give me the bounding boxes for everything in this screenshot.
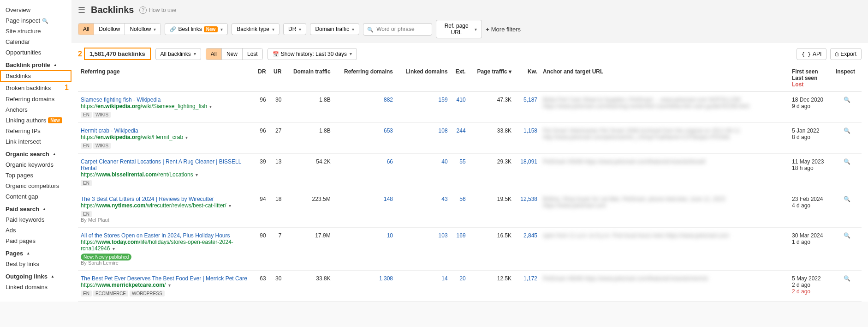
sidebar-section-backlink-profile[interactable]: Backlink profile (0, 58, 71, 70)
sidebar-item-top-pages[interactable]: Top pages (0, 170, 71, 181)
status-lost[interactable]: Lost (243, 48, 262, 60)
cell-ref-domains[interactable]: 66 (333, 154, 396, 191)
sidebar-item-opportunities[interactable]: Opportunities (0, 47, 71, 58)
cell-kw[interactable]: 1,158 (514, 123, 540, 154)
search-filter[interactable] (363, 23, 432, 36)
col-page-traffic[interactable]: Page traffic ▾ (469, 65, 514, 92)
export-button[interactable]: Export (830, 48, 862, 60)
cell-ref-domains[interactable]: 653 (333, 123, 396, 154)
sidebar-item-paid-keywords[interactable]: Paid keywords (0, 214, 71, 225)
cell-ext[interactable]: 55 (451, 154, 469, 191)
cell-kw[interactable]: 1,172 (514, 271, 540, 302)
sidebar-section-organic-search[interactable]: Organic search (0, 147, 71, 159)
url-dropdown-icon[interactable] (228, 202, 231, 209)
show-history-dropdown[interactable]: Show history: Last 30 days (268, 48, 357, 60)
url-dropdown-icon[interactable] (208, 103, 212, 109)
cell-linked-domains[interactable]: 40 (396, 154, 451, 191)
sidebar-item-anchors[interactable]: Anchors (0, 104, 71, 115)
referring-page-url[interactable]: https://www.merrickpetcare.com/ (81, 282, 250, 288)
referring-page-url[interactable]: https://en.wikipedia.org/wiki/Siamese_fi… (81, 103, 250, 109)
inspect-icon[interactable] (844, 97, 850, 103)
col-ext[interactable]: Ext. (451, 65, 469, 92)
referring-page-url[interactable]: https://en.wikipedia.org/wiki/Hermit_cra… (81, 134, 250, 140)
cell-linked-domains[interactable]: 43 (396, 191, 451, 228)
referring-page-title[interactable]: The Best Pet Ever Deserves The Best Food… (81, 275, 250, 282)
col-inspect[interactable]: Inspect (833, 65, 862, 92)
filter-all[interactable]: All (78, 24, 94, 35)
cell-ref-domains[interactable]: 148 (333, 191, 396, 228)
filter-backlink-type[interactable]: Backlink type (232, 23, 279, 35)
cell-linked-domains[interactable]: 14 (396, 271, 451, 302)
sidebar-section-pages[interactable]: Pages (0, 246, 71, 259)
sidebar-item-best-by-links[interactable]: Best by links (0, 259, 71, 269)
referring-page-title[interactable]: The 3 Best Cat Litters of 2024 | Reviews… (81, 196, 250, 202)
inspect-icon[interactable] (844, 127, 850, 134)
sidebar-section-outgoing-links[interactable]: Outgoing links (0, 269, 71, 282)
col-referring-page[interactable]: Referring page (78, 65, 253, 92)
col-referring-domains[interactable]: Referring domains (333, 65, 396, 92)
col-dr[interactable]: DR (253, 65, 269, 92)
referring-page-title[interactable]: Hermit crab - Wikipedia (81, 127, 250, 134)
cell-kw[interactable]: 18,091 (514, 154, 540, 191)
col-dates[interactable]: First seen Last seen Lost (789, 65, 833, 92)
cell-ref-domains[interactable]: 10 (333, 228, 396, 271)
search-input[interactable] (376, 26, 428, 32)
url-dropdown-icon[interactable] (195, 171, 198, 178)
all-backlinks-dropdown[interactable]: All backlinks (155, 48, 201, 60)
cell-ref-domains[interactable]: 882 (333, 92, 396, 123)
filter-domain-traffic[interactable]: Domain traffic (310, 23, 359, 35)
cell-kw[interactable]: 2,845 (514, 228, 540, 271)
col-domain-traffic[interactable]: Domain traffic (284, 65, 333, 92)
more-filters-button[interactable]: More filters (486, 26, 521, 33)
filter-ref-page-url[interactable]: Ref. page URL (436, 20, 482, 38)
cell-linked-domains[interactable]: 159 (396, 92, 451, 123)
filter-nofollow[interactable]: Nofollow (125, 24, 161, 35)
filter-best-links[interactable]: Best links New (165, 23, 228, 35)
referring-page-url[interactable]: https://www.nytimes.com/wirecutter/revie… (81, 202, 250, 209)
sidebar-item-organic-keywords[interactable]: Organic keywords (0, 159, 71, 170)
sidebar-item-site-structure[interactable]: Site structure (0, 26, 71, 36)
cell-kw[interactable]: 12,538 (514, 191, 540, 228)
filter-dofollow[interactable]: Dofollow (94, 24, 125, 35)
inspect-icon[interactable] (844, 275, 850, 282)
url-dropdown-icon[interactable] (167, 282, 171, 288)
cell-linked-domains[interactable]: 108 (396, 123, 451, 154)
sidebar-section-paid-search[interactable]: Paid search (0, 202, 71, 214)
status-new[interactable]: New (222, 48, 243, 60)
cell-ext[interactable]: 20 (451, 271, 469, 302)
how-to-use-link[interactable]: How to use (139, 6, 176, 14)
filter-dr[interactable]: DR (283, 23, 306, 35)
sidebar-item-organic-competitors[interactable]: Organic competitors (0, 181, 71, 191)
sidebar-item-ads[interactable]: Ads (0, 225, 71, 236)
referring-page-title[interactable]: Carpet Cleaner Rental Locations | Rent A… (81, 158, 250, 171)
col-ur[interactable]: UR (269, 65, 285, 92)
cell-ext[interactable]: 244 (451, 123, 469, 154)
referring-page-title[interactable]: Siamese fighting fish - Wikipedia (81, 97, 250, 103)
url-dropdown-icon[interactable] (112, 245, 115, 252)
sidebar-item-linking-authors[interactable]: Linking authors New (0, 115, 71, 126)
cell-ref-domains[interactable]: 1,308 (333, 271, 396, 302)
sidebar-item-calendar[interactable]: Calendar (0, 36, 71, 47)
sidebar-item-broken-backlinks[interactable]: Broken backlinks 1 (0, 82, 71, 94)
inspect-icon[interactable] (844, 158, 850, 165)
status-all[interactable]: All (206, 48, 222, 60)
cell-linked-domains[interactable]: 103 (396, 228, 451, 271)
cell-ext[interactable]: 56 (451, 191, 469, 228)
sidebar-item-backlinks[interactable]: Backlinks (0, 70, 71, 82)
inspect-icon[interactable] (844, 196, 850, 202)
referring-page-url[interactable]: https://www.today.com/life/holidays/stor… (81, 239, 250, 252)
col-linked-domains[interactable]: Linked domains (396, 65, 451, 92)
sidebar-item-page-inspect[interactable]: Page inspect (0, 15, 71, 26)
cell-kw[interactable]: 5,187 (514, 92, 540, 123)
inspect-icon[interactable] (844, 232, 850, 239)
sidebar-item-referring-domains[interactable]: Referring domains (0, 94, 71, 104)
sidebar-item-overview[interactable]: Overview (0, 5, 71, 15)
sidebar-item-link-intersect[interactable]: Link intersect (0, 136, 71, 147)
sidebar-item-linked-domains[interactable]: Linked domains (0, 282, 71, 292)
referring-page-url[interactable]: https://www.bissellrental.com/rent/Locat… (81, 171, 250, 178)
sidebar-item-paid-pages[interactable]: Paid pages (0, 236, 71, 246)
sidebar-item-content-gap[interactable]: Content gap (0, 191, 71, 202)
referring-page-title[interactable]: All of the Stores Open on Easter in 2024… (81, 232, 250, 239)
cell-ext[interactable]: 169 (451, 228, 469, 271)
api-button[interactable]: API (797, 48, 826, 60)
